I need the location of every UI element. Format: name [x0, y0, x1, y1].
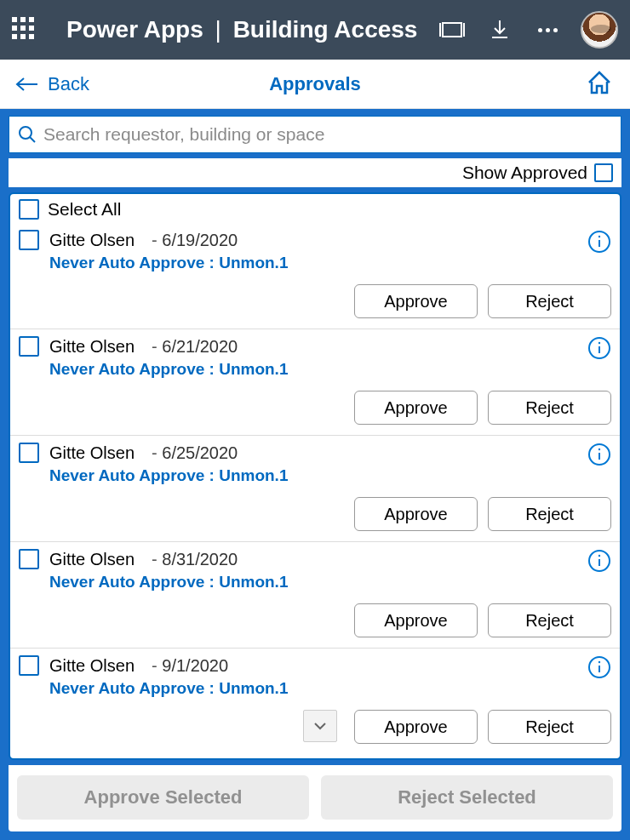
avatar[interactable]: [581, 11, 618, 49]
reject-button[interactable]: Reject: [488, 391, 611, 425]
app-name: Power Apps: [66, 16, 203, 43]
approve-button[interactable]: Approve: [354, 284, 478, 318]
row-checkbox[interactable]: [19, 336, 39, 357]
request-subtitle: Never Auto Approve : Unmon.1: [49, 679, 611, 698]
row-checkbox[interactable]: [19, 655, 39, 676]
requestor-name: Gitte Olsen: [49, 231, 135, 250]
page-name: Building Access: [233, 16, 418, 43]
approve-button[interactable]: Approve: [354, 710, 478, 744]
request-row: Gitte Olsen 8/31/2020 Never Auto Approve…: [10, 541, 620, 648]
request-date: 8/31/2020: [152, 550, 238, 569]
request-subtitle: Never Auto Approve : Unmon.1: [49, 573, 611, 591]
app-launcher-icon[interactable]: [12, 17, 37, 43]
show-approved-label: Show Approved: [462, 163, 587, 183]
top-bar: Power Apps | Building Access: [0, 0, 630, 60]
row-checkbox[interactable]: [19, 230, 39, 250]
request-date: 9/1/2020: [152, 656, 228, 676]
page-title: Approvals: [269, 73, 361, 95]
info-icon[interactable]: [587, 443, 611, 470]
download-icon[interactable]: [485, 15, 514, 44]
row-checkbox[interactable]: [19, 549, 39, 569]
request-rows: Gitte Olsen 6/19/2020 Never Auto Approve…: [10, 223, 620, 758]
app-title: Power Apps | Building Access: [66, 16, 417, 43]
svg-point-10: [598, 236, 600, 237]
chevron-down-icon[interactable]: [303, 710, 337, 742]
request-row: Gitte Olsen 9/1/2020 Never Auto Approve …: [10, 648, 620, 754]
approve-button[interactable]: Approve: [354, 497, 478, 531]
back-label: Back: [48, 73, 89, 95]
request-subtitle: Never Auto Approve : Unmon.1: [49, 254, 611, 272]
title-separator: |: [215, 16, 221, 43]
request-date: 6/21/2020: [152, 337, 238, 357]
requestor-name: Gitte Olsen: [49, 656, 135, 676]
back-button[interactable]: Back: [15, 73, 89, 95]
svg-point-22: [598, 661, 600, 663]
svg-rect-0: [443, 23, 461, 37]
approve-selected-button[interactable]: Approve Selected: [17, 775, 309, 820]
reject-selected-button[interactable]: Reject Selected: [321, 775, 613, 820]
reject-button[interactable]: Reject: [488, 603, 611, 637]
reject-button[interactable]: Reject: [488, 284, 611, 318]
request-date: 6/25/2020: [152, 443, 238, 463]
requestor-name: Gitte Olsen: [49, 443, 135, 463]
bulk-action-bar: Approve Selected Reject Selected: [9, 765, 621, 831]
approvals-panel: Show Approved Select All Gitte Olsen 6/1…: [0, 109, 630, 840]
svg-point-13: [598, 342, 600, 344]
sub-header: Back Approvals: [0, 60, 630, 109]
select-all-row: Select All: [10, 194, 620, 223]
reject-button[interactable]: Reject: [488, 710, 611, 744]
select-all-checkbox[interactable]: [19, 199, 39, 220]
select-all-label: Select All: [48, 199, 121, 220]
search-box[interactable]: [9, 116, 621, 153]
approve-button[interactable]: Approve: [354, 603, 478, 637]
reject-button[interactable]: Reject: [488, 497, 611, 531]
search-icon: [18, 125, 37, 144]
svg-point-6: [20, 127, 32, 139]
info-icon[interactable]: [587, 655, 611, 683]
svg-point-19: [598, 555, 600, 557]
request-row: Gitte Olsen 6/25/2020 Never Auto Approve…: [10, 435, 620, 541]
svg-point-16: [598, 449, 600, 450]
requests-list: Select All Gitte Olsen 6/19/2020 Never A…: [9, 192, 621, 760]
home-button[interactable]: [584, 67, 615, 101]
show-approved-checkbox[interactable]: [594, 163, 613, 182]
request-subtitle: Never Auto Approve : Unmon.1: [49, 360, 611, 379]
show-approved-row: Show Approved: [9, 158, 621, 187]
search-input[interactable]: [43, 124, 612, 145]
request-date: 6/19/2020: [152, 231, 238, 250]
request-row: Gitte Olsen 6/19/2020 Never Auto Approve…: [10, 223, 620, 329]
fit-to-screen-icon[interactable]: [438, 15, 467, 44]
info-icon[interactable]: [587, 336, 611, 363]
svg-line-7: [30, 137, 35, 142]
requestor-name: Gitte Olsen: [49, 337, 135, 357]
info-icon[interactable]: [587, 230, 611, 257]
info-icon[interactable]: [587, 549, 611, 576]
request-row: Gitte Olsen 6/21/2020 Never Auto Approve…: [10, 329, 620, 435]
requestor-name: Gitte Olsen: [49, 550, 135, 569]
approve-button[interactable]: Approve: [354, 391, 478, 425]
row-checkbox[interactable]: [19, 443, 39, 463]
request-subtitle: Never Auto Approve : Unmon.1: [49, 466, 611, 485]
more-icon[interactable]: [533, 15, 562, 44]
